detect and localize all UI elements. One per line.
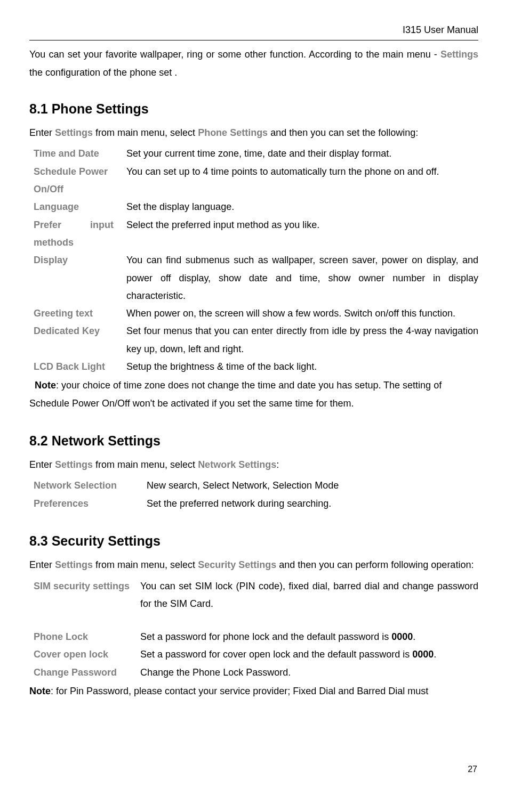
intro-83-post: and then you can perform following opera… (276, 559, 474, 570)
intro-83-link2: Security Settings (198, 559, 276, 570)
row-label-a: Prefer (34, 216, 61, 234)
row-label-blank (29, 613, 140, 628)
note-81-text: : your choice of time zone does not chan… (29, 380, 442, 408)
row-label: LCD Back Light (29, 358, 126, 376)
row-desc: Set the display language. (126, 198, 478, 216)
header-title: I315 User Manual (403, 25, 478, 35)
row-desc: Setup the brightness & time of the back … (126, 358, 478, 376)
row-label: Change Password (29, 664, 140, 681)
table-row: Display You can find submenus such as wa… (29, 251, 478, 305)
heading-81: 8.1 Phone Settings (29, 96, 478, 121)
row-desc: Set the preferred network during searchi… (147, 495, 478, 513)
row-label-b: input (90, 216, 114, 234)
row-label: Prefer input methods (29, 216, 126, 252)
intro-83-mid: from main menu, select (93, 559, 198, 570)
row-label: Greeting text (29, 305, 126, 322)
intro-settings-link: Settings (440, 49, 478, 60)
intro-81-pre: Enter (29, 127, 55, 138)
note-83-text: : for Pin Password, please contact your … (51, 686, 428, 696)
intro-83: Enter Settings from main menu, select Se… (29, 556, 478, 574)
intro-82-mid: from main menu, select (93, 459, 198, 470)
row-desc: Set four menus that you can enter direct… (126, 322, 478, 358)
row-desc-pre: Set a password for phone lock and the de… (140, 631, 391, 642)
row-label: Display (29, 251, 126, 305)
table-row-blank (29, 613, 478, 628)
row-desc-pw: 0000 (412, 649, 434, 660)
heading-82: 8.2 Network Settings (29, 428, 478, 453)
row-desc: Set a password for cover open lock and t… (140, 646, 478, 663)
intro-81-mid: from main menu, select (93, 127, 198, 138)
row-desc: New search, Select Network, Selection Mo… (147, 477, 478, 494)
table-81: Time and Date Set your current time zone… (29, 145, 478, 376)
row-label: Cover open lock (29, 646, 140, 663)
page-number: 27 (29, 761, 478, 777)
intro-83-link1: Settings (55, 559, 93, 570)
table-row: LCD Back Light Setup the brightness & ti… (29, 358, 478, 376)
row-desc: You can set up to 4 time points to autom… (126, 163, 478, 199)
page-intro: You can set your favorite wallpaper, rin… (29, 46, 478, 82)
row-desc: When power on, the screen will show a fe… (126, 305, 478, 322)
table-82: Network Selection New search, Select Net… (29, 477, 478, 513)
intro-82-post: : (276, 459, 279, 470)
table-row: Language Set the display language. (29, 198, 478, 216)
row-label-c: methods (34, 234, 119, 251)
row-label: Network Selection (29, 477, 147, 494)
row-desc-pw: 0000 (391, 631, 413, 642)
table-83: SIM security settings You can set SIM lo… (29, 578, 478, 681)
intro-81-link2: Phone Settings (198, 127, 268, 138)
row-desc-post: . (413, 631, 415, 642)
table-row: Greeting text When power on, the screen … (29, 305, 478, 322)
table-row: Schedule Power On/Off You can set up to … (29, 163, 478, 199)
table-row: Preferences Set the preferred network du… (29, 495, 478, 513)
section-network-settings: 8.2 Network Settings Enter Settings from… (29, 428, 478, 513)
row-desc: Set your current time zone, time, date a… (126, 145, 478, 163)
row-desc: Change the Phone Lock Password. (140, 664, 478, 681)
table-row: Change Password Change the Phone Lock Pa… (29, 664, 478, 681)
intro-post: the configuration of the phone set . (29, 67, 177, 78)
row-desc: You can find submenus such as wallpaper,… (126, 251, 478, 305)
row-label: Dedicated Key (29, 322, 126, 358)
table-row: Prefer input methods Select the preferre… (29, 216, 478, 252)
table-row: Phone Lock Set a password for phone lock… (29, 628, 478, 646)
row-desc: Select the preferred input method as you… (126, 216, 478, 252)
row-label: Time and Date (29, 145, 126, 163)
note-81: Note: your choice of time zone does not … (29, 377, 478, 412)
note-83: Note: for Pin Password, please contact y… (29, 683, 478, 700)
intro-82-pre: Enter (29, 459, 55, 470)
table-row: Time and Date Set your current time zone… (29, 145, 478, 163)
table-row: Dedicated Key Set four menus that you ca… (29, 322, 478, 358)
intro-81-link1: Settings (55, 127, 93, 138)
heading-83: 8.3 Security Settings (29, 529, 478, 553)
page-header: I315 User Manual (29, 21, 478, 40)
section-phone-settings: 8.1 Phone Settings Enter Settings from m… (29, 96, 478, 412)
intro-82-link2: Network Settings (198, 459, 276, 470)
intro-82: Enter Settings from main menu, select Ne… (29, 456, 478, 474)
row-label: Preferences (29, 495, 147, 513)
row-desc: Set a password for phone lock and the de… (140, 628, 478, 646)
row-label: SIM security settings (29, 578, 140, 613)
row-desc-pre: Set a password for cover open lock and t… (140, 649, 412, 660)
intro-82-link1: Settings (55, 459, 93, 470)
note-83-label: Note (29, 686, 51, 696)
intro-pre: You can set your favorite wallpaper, rin… (29, 49, 440, 60)
row-label: Language (29, 198, 126, 216)
table-row: Network Selection New search, Select Net… (29, 477, 478, 494)
row-desc-post: . (434, 649, 436, 660)
note-81-label: Note (35, 380, 56, 391)
row-label: Schedule Power On/Off (29, 163, 126, 199)
intro-81-post: and then you can set the following: (268, 127, 418, 138)
row-desc-blank (140, 613, 478, 628)
intro-81: Enter Settings from main menu, select Ph… (29, 124, 478, 142)
row-desc: You can set SIM lock (PIN code), fixed d… (140, 578, 478, 613)
section-security-settings: 8.3 Security Settings Enter Settings fro… (29, 529, 478, 700)
row-label: Phone Lock (29, 628, 140, 646)
table-row: Cover open lock Set a password for cover… (29, 646, 478, 663)
table-row: SIM security settings You can set SIM lo… (29, 578, 478, 613)
intro-83-pre: Enter (29, 559, 55, 570)
